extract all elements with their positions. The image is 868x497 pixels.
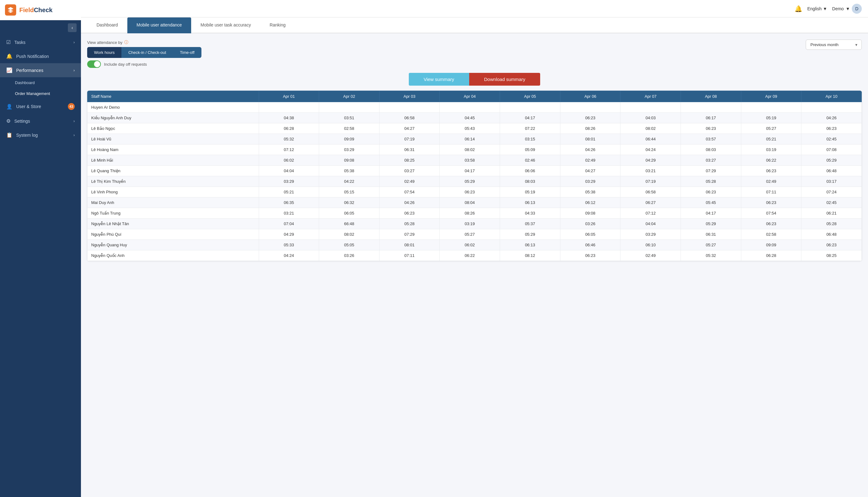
tab-mobile-user-task-accuracy[interactable]: Mobile user task accuracy — [191, 17, 260, 33]
time-cell: 06:31 — [681, 229, 741, 240]
time-cell: 03:27 — [681, 155, 741, 166]
time-cell: 06:58 — [621, 187, 681, 197]
time-cell: 03:29 — [259, 176, 319, 187]
table-row: Lê Hoàng Nam07:1203:2906:3108:0205:0904:… — [87, 144, 862, 155]
download-summary-button[interactable]: Download summary — [469, 73, 540, 86]
time-cell: 07:08 — [801, 144, 862, 155]
time-cell: 04:26 — [560, 144, 621, 155]
time-cell: 05:05 — [319, 240, 379, 250]
sidebar-item-user-store[interactable]: 👤 User & Store 43 — [0, 99, 81, 114]
time-cell: 08:25 — [801, 250, 862, 261]
time-cell: 04:26 — [379, 197, 439, 208]
time-cell: 05:38 — [560, 187, 621, 197]
time-cell: 06:17 — [681, 113, 741, 123]
time-cell: 04:24 — [259, 250, 319, 261]
time-cell: 09:08 — [560, 208, 621, 218]
sidebar-item-settings[interactable]: ⚙ Settings › — [0, 114, 81, 128]
period-select-wrapper: Previous month This month Last 7 days La… — [806, 40, 862, 50]
column-header-apr08: Apr 08 — [681, 91, 741, 102]
column-header-apr03: Apr 03 — [379, 91, 439, 102]
time-cell: 06:23 — [741, 166, 801, 176]
time-cell: 08:02 — [319, 229, 379, 240]
staff-name-cell: Kiều Nguyễn Anh Duy — [87, 113, 259, 123]
header-row: Staff NameApr 01Apr 02Apr 03Apr 04Apr 05… — [87, 91, 862, 102]
sidebar-item-label: Tasks — [14, 40, 26, 45]
time-cell: 06:05 — [560, 229, 621, 240]
table-row: Nguyễn Lê Nhật Tân07:0466:4805:2803:1905… — [87, 218, 862, 229]
collapse-button-area: ‹ — [0, 20, 81, 35]
time-cell: 09:09 — [741, 240, 801, 250]
time-cell: 05:15 — [319, 187, 379, 197]
language-selector[interactable]: English ▼ — [807, 6, 827, 11]
sidebar-item-push-notification[interactable]: 🔔 Push Notification — [0, 49, 81, 63]
sidebar-item-label: User & Store — [16, 104, 41, 109]
time-cell: 03:19 — [439, 218, 500, 229]
time-cell: 03:21 — [621, 166, 681, 176]
app-name: FieldCheck — [19, 6, 53, 14]
time-cell: 06:23 — [379, 208, 439, 218]
table-row: Mai Duy Anh06:3506:3204:2608:0406:1306:1… — [87, 197, 862, 208]
time-cell: 06:23 — [801, 123, 862, 134]
time-cell: 02:49 — [741, 176, 801, 187]
time-cell: 04:04 — [621, 218, 681, 229]
column-header-apr02: Apr 02 — [319, 91, 379, 102]
time-cell: 03:29 — [319, 144, 379, 155]
table-row: Lê Vinh Phong05:2105:1507:5406:2305:1905… — [87, 187, 862, 197]
sidebar-item-tasks[interactable]: ☑ Tasks › — [0, 35, 81, 49]
system-log-arrow: › — [73, 133, 75, 137]
column-header-apr10: Apr 10 — [801, 91, 862, 102]
tab-ranking[interactable]: Ranking — [260, 17, 295, 33]
time-cell — [439, 102, 500, 113]
time-cell: 06:31 — [379, 144, 439, 155]
time-cell: 06:13 — [500, 240, 560, 250]
period-select[interactable]: Previous month This month Last 7 days La… — [806, 40, 862, 50]
table-row: Lê Minh Hải06:0209:0808:2503:5802:4602:4… — [87, 155, 862, 166]
time-cell: 06:23 — [681, 123, 741, 134]
time-cell: 05:38 — [319, 166, 379, 176]
toggle-time-off[interactable]: Time-off — [173, 47, 201, 58]
user-menu[interactable]: Demo ▼ D — [832, 4, 862, 14]
time-cell: 06:22 — [741, 155, 801, 166]
info-icon: ⓘ — [124, 40, 128, 45]
sidebar-item-dashboard[interactable]: Dashboard — [0, 77, 81, 88]
time-cell: 09:08 — [319, 155, 379, 166]
time-cell: 07:29 — [379, 229, 439, 240]
time-cell — [801, 102, 862, 113]
include-day-off-toggle[interactable] — [87, 60, 101, 68]
time-cell: 08:25 — [379, 155, 439, 166]
time-cell: 04:22 — [319, 176, 379, 187]
time-cell: 04:03 — [621, 113, 681, 123]
view-summary-button[interactable]: View summary — [409, 73, 469, 86]
time-cell: 03:19 — [741, 144, 801, 155]
page-content: Dashboard Mobile user attendance Mobile … — [81, 17, 868, 497]
time-cell: 08:03 — [500, 176, 560, 187]
push-notification-icon: 🔔 — [6, 53, 12, 59]
sidebar-item-system-log[interactable]: 📋 System log › — [0, 128, 81, 142]
time-cell: 04:29 — [259, 229, 319, 240]
toggle-checkin-checkout[interactable]: Check-in / Check-out — [121, 47, 173, 58]
notification-icon[interactable]: 🔔 — [795, 5, 802, 12]
table-row: Ngô Tuấn Trung03:2106:0506:2308:2604:330… — [87, 208, 862, 218]
sidebar-item-order-management[interactable]: Order Management — [0, 88, 81, 99]
sidebar-item-performances[interactable]: 📈 Performances › — [0, 63, 81, 77]
time-cell: 07:29 — [681, 166, 741, 176]
tab-mobile-user-attendance[interactable]: Mobile user attendance — [127, 17, 191, 33]
user-store-badge: 43 — [68, 103, 75, 110]
time-cell: 04:29 — [621, 155, 681, 166]
time-cell: 02:49 — [560, 155, 621, 166]
time-cell: 03:26 — [560, 218, 621, 229]
tab-dashboard[interactable]: Dashboard — [87, 17, 127, 33]
time-cell: 04:04 — [259, 166, 319, 176]
language-arrow: ▼ — [823, 6, 827, 11]
column-header-apr09: Apr 09 — [741, 91, 801, 102]
time-cell: 05:33 — [259, 240, 319, 250]
time-cell: 06:23 — [439, 187, 500, 197]
time-cell: 03:21 — [259, 208, 319, 218]
action-buttons: View summary Download summary — [87, 73, 862, 86]
time-cell: 04:26 — [801, 113, 862, 123]
tasks-arrow: › — [73, 40, 75, 44]
toggle-work-hours[interactable]: Work hours — [87, 47, 121, 58]
time-cell: 06:46 — [560, 240, 621, 250]
avatar: D — [852, 4, 862, 14]
collapse-button[interactable]: ‹ — [68, 23, 76, 32]
